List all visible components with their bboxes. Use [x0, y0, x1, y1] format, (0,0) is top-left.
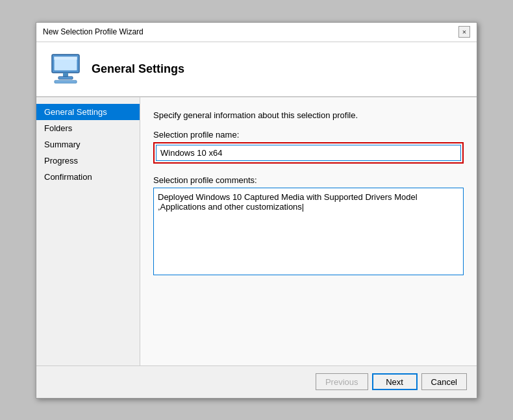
sidebar-item-confirmation[interactable]: Confirmation [36, 169, 140, 185]
profile-comments-textarea-wrapper: Deployed Windows 10 Captured Media with … [153, 188, 464, 275]
profile-name-input[interactable] [156, 145, 461, 161]
main-content: Specify general information about this s… [140, 97, 477, 365]
sidebar: General Settings Folders Summary Progres… [36, 97, 140, 365]
cancel-button[interactable]: Cancel [421, 373, 467, 390]
svg-rect-3 [63, 73, 68, 77]
next-button[interactable]: Next [372, 373, 418, 390]
description-text: Specify general information about this s… [153, 110, 464, 120]
profile-name-input-wrapper [153, 142, 464, 164]
page-title: General Settings [92, 62, 184, 76]
svg-rect-5 [55, 80, 77, 83]
profile-comments-textarea[interactable]: Deployed Windows 10 Captured Media with … [154, 188, 463, 273]
svg-rect-2 [54, 56, 77, 60]
svg-rect-4 [58, 77, 73, 79]
dialog-title: New Selection Profile Wizard [43, 27, 144, 36]
close-button[interactable]: × [458, 26, 470, 38]
sidebar-item-summary[interactable]: Summary [36, 136, 140, 153]
profile-comments-group: Selection profile comments: Deployed Win… [153, 175, 464, 275]
body-section: General Settings Folders Summary Progres… [36, 97, 477, 365]
sidebar-item-progress[interactable]: Progress [36, 153, 140, 169]
sidebar-item-general-settings[interactable]: General Settings [36, 104, 140, 120]
footer: Previous Next Cancel [36, 365, 477, 398]
profile-comments-label: Selection profile comments: [153, 175, 464, 185]
profile-name-group: Selection profile name: [153, 130, 464, 164]
title-bar: New Selection Profile Wizard × [36, 23, 477, 42]
computer-icon [49, 52, 82, 86]
profile-name-label: Selection profile name: [153, 130, 464, 140]
previous-button[interactable]: Previous [316, 373, 368, 390]
sidebar-item-folders[interactable]: Folders [36, 120, 140, 136]
header-section: General Settings [36, 42, 477, 97]
dialog: New Selection Profile Wizard × General S… [36, 22, 477, 399]
